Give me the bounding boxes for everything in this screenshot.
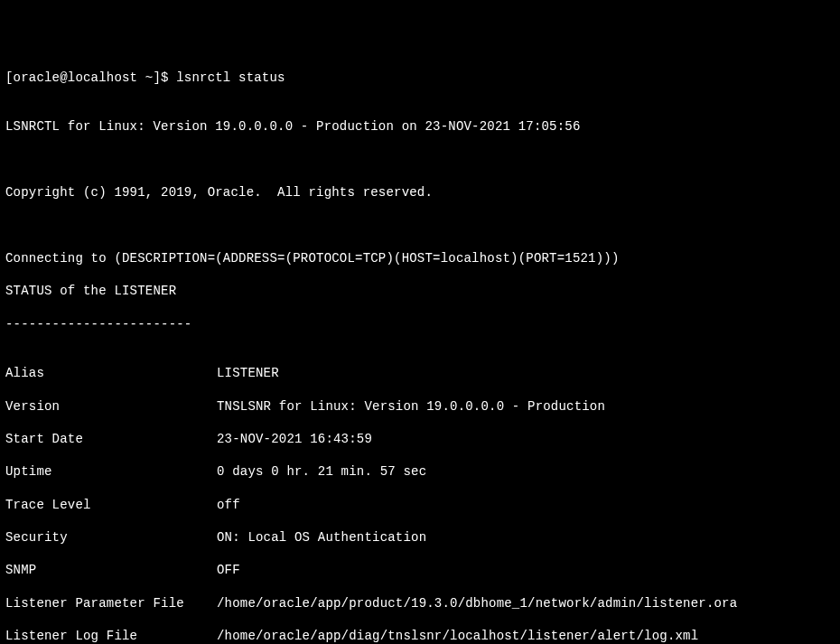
field-value: /home/oracle/app/diag/tnslsnr/localhost/… (217, 628, 698, 644)
field-uptime: Uptime0 days 0 hr. 21 min. 57 sec (5, 463, 835, 480)
field-value: 0 days 0 hr. 21 min. 57 sec (217, 463, 426, 480)
connecting-line: Connecting to (DESCRIPTION=(ADDRESS=(PRO… (5, 250, 835, 266)
field-label: Start Date (5, 431, 217, 447)
field-label: Uptime (5, 463, 217, 480)
field-trace-level: Trace Leveloff (5, 497, 835, 513)
field-value: TNSLSNR for Linux: Version 19.0.0.0.0 - … (217, 398, 605, 415)
blank-line (5, 152, 835, 168)
field-value: OFF (217, 562, 240, 578)
field-value: /home/oracle/app/product/19.3.0/dbhome_1… (217, 595, 737, 611)
field-value: LISTENER (217, 365, 279, 381)
field-label: SNMP (5, 562, 217, 578)
command-text: lsnrctl status (176, 70, 285, 85)
field-security: SecurityON: Local OS Authentication (5, 529, 835, 546)
field-alias: AliasLISTENER (5, 365, 835, 381)
divider-dashes: ------------------------ (5, 316, 835, 332)
field-start-date: Start Date23-NOV-2021 16:43:59 (5, 431, 835, 447)
field-version: VersionTNSLSNR for Linux: Version 19.0.0… (5, 398, 835, 415)
field-label: Listener Parameter File (5, 595, 217, 611)
field-label: Listener Log File (5, 628, 217, 644)
shell-prompt: [oracle@localhost ~]$ (5, 70, 176, 85)
blank-line (5, 217, 835, 233)
field-value: off (217, 497, 240, 513)
status-header: STATUS of the LISTENER (5, 283, 835, 299)
field-label: Trace Level (5, 497, 217, 513)
field-label: Alias (5, 365, 217, 381)
copyright-line: Copyright (c) 1991, 2019, Oracle. All ri… (5, 184, 835, 201)
field-label: Security (5, 529, 217, 546)
field-snmp: SNMPOFF (5, 562, 835, 578)
field-value: ON: Local OS Authentication (217, 529, 426, 546)
field-label: Version (5, 398, 217, 415)
lsnrctl-header: LSNRCTL for Linux: Version 19.0.0.0.0 - … (5, 118, 835, 135)
field-value: 23-NOV-2021 16:43:59 (217, 431, 372, 447)
field-parameter-file: Listener Parameter File/home/oracle/app/… (5, 595, 835, 611)
field-log-file: Listener Log File/home/oracle/app/diag/t… (5, 628, 835, 644)
prompt-line-1[interactable]: [oracle@localhost ~]$ lsnrctl status (5, 70, 835, 86)
